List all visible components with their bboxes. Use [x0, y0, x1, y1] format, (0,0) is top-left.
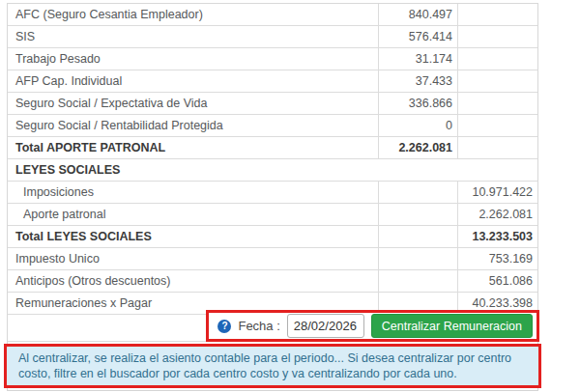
table-row: AFC (Seguro Cesantia Empleador) 840.497 [8, 4, 537, 26]
table-row: AFP Cap. Individual 37.433 [8, 70, 537, 93]
row-label: Total APORTE PATRONAL [8, 141, 378, 154]
row-value-aporte [378, 204, 457, 225]
row-value-total [457, 48, 537, 70]
table-row: Imposiciones 10.971.422 [8, 182, 537, 204]
table-row: SIS 576.414 [8, 26, 537, 48]
row-value-total [457, 70, 537, 92]
table-row: Total APORTE PATRONAL 2.262.081 [8, 137, 537, 159]
row-value-aporte: 37.433 [378, 70, 457, 92]
row-value-total [457, 93, 537, 114]
table-row: Seguro Social / Rentabilidad Protegida 0 [8, 115, 537, 137]
row-label: Seguro Social / Rentabilidad Protegida [8, 119, 378, 132]
question-circle-icon[interactable]: ? [218, 320, 231, 333]
row-value-total: 753.169 [457, 248, 537, 269]
row-value-aporte [378, 182, 457, 203]
fecha-row: ? Fecha : Centralizar Remuneracion [8, 315, 537, 342]
centralizar-remuneracion-button[interactable]: Centralizar Remuneracion [371, 314, 533, 338]
row-value-total [457, 4, 537, 25]
info-alert-highlight-box: Al centralizar, se realiza el asiento co… [4, 344, 541, 388]
table-row: Seguro Social / Expectativa de Vida 336.… [8, 93, 537, 115]
row-value-total: 10.971.422 [457, 182, 537, 203]
row-value-aporte [378, 226, 457, 247]
row-value-total [457, 115, 537, 136]
row-label: Total LEYES SOCIALES [8, 230, 378, 243]
row-value-aporte: 336.866 [378, 93, 457, 114]
row-value-aporte: 31.174 [378, 48, 457, 70]
row-label: Remuneraciones x Pagar [8, 296, 378, 310]
row-value-total [457, 159, 537, 181]
fecha-label: Fecha : [238, 319, 279, 333]
row-value-aporte [378, 248, 457, 269]
info-alert-text: Al centralizar, se realiza el asiento co… [18, 351, 511, 380]
table-rows: AFC (Seguro Cesantia Empleador) 840.497 … [8, 4, 537, 315]
table-row: LEYES SOCIALES [8, 159, 537, 182]
row-value-aporte [378, 159, 457, 181]
row-label: Aporte patronal [8, 208, 378, 221]
row-value-aporte: 576.414 [378, 26, 457, 47]
row-value-total [457, 26, 537, 47]
table-row: Aporte patronal 2.262.081 [8, 204, 537, 226]
row-label: Seguro Social / Expectativa de Vida [8, 97, 378, 110]
row-value-total [457, 137, 537, 158]
row-label: Imposiciones [8, 185, 378, 199]
row-value-total: 2.262.081 [457, 204, 537, 225]
row-value-total: 13.233.503 [457, 226, 537, 247]
fecha-highlight-box: ? Fecha : Centralizar Remuneracion [206, 310, 539, 342]
row-label: Trabajo Pesado [8, 52, 378, 66]
row-label: LEYES SOCIALES [8, 163, 378, 177]
row-value-aporte: 2.262.081 [378, 137, 457, 158]
row-value-total: 561.086 [457, 270, 537, 292]
table-row: Anticipos (Otros descuentos) 561.086 [8, 270, 537, 293]
table-row: Total LEYES SOCIALES 13.233.503 [8, 226, 537, 248]
row-label: AFP Cap. Individual [8, 74, 378, 88]
payroll-summary-table: AFC (Seguro Cesantia Empleador) 840.497 … [7, 3, 538, 391]
fecha-input[interactable] [287, 314, 364, 338]
row-value-aporte: 0 [378, 115, 457, 136]
row-label: SIS [8, 30, 378, 43]
table-row: Trabajo Pesado 31.174 [8, 48, 537, 70]
row-label: Impuesto Unico [8, 252, 378, 266]
row-label: Anticipos (Otros descuentos) [8, 274, 378, 288]
row-label: AFC (Seguro Cesantia Empleador) [8, 8, 378, 21]
row-value-aporte [378, 270, 457, 292]
row-value-aporte: 840.497 [378, 4, 457, 25]
table-row: Impuesto Unico 753.169 [8, 248, 537, 270]
